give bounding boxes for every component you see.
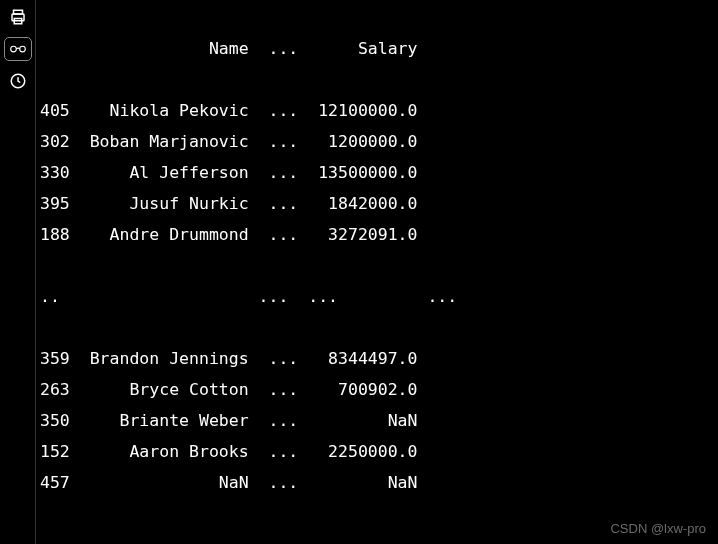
- history-icon[interactable]: [7, 70, 29, 92]
- ellipsis-row: .. ... ... ...: [40, 281, 714, 312]
- table-row: 263 Bryce Cotton ... 700902.0: [40, 374, 714, 405]
- table-row: 152 Aaron Brooks ... 2250000.0: [40, 436, 714, 467]
- table-row: 395 Jusuf Nurkic ... 1842000.0: [40, 188, 714, 219]
- table-row: 350 Briante Weber ... NaN: [40, 405, 714, 436]
- table-row: 302 Boban Marjanovic ... 1200000.0: [40, 126, 714, 157]
- print-icon[interactable]: [7, 6, 29, 28]
- sidebar: [0, 0, 36, 544]
- terminal-output: Name ... Salary 405 Nikola Pekovic ... 1…: [36, 0, 718, 544]
- svg-point-4: [19, 46, 25, 52]
- watermark: CSDN @lxw-pro: [610, 521, 706, 536]
- glasses-icon[interactable]: [5, 38, 31, 60]
- svg-point-3: [10, 46, 16, 52]
- table-row: 457 NaN ... NaN: [40, 467, 714, 498]
- table-row: 188 Andre Drummond ... 3272091.0: [40, 219, 714, 250]
- table-row: 359 Brandon Jennings ... 8344497.0: [40, 343, 714, 374]
- table-row: 405 Nikola Pekovic ... 12100000.0: [40, 95, 714, 126]
- table-row: 330 Al Jefferson ... 13500000.0: [40, 157, 714, 188]
- table-header: Name ... Salary: [40, 33, 714, 64]
